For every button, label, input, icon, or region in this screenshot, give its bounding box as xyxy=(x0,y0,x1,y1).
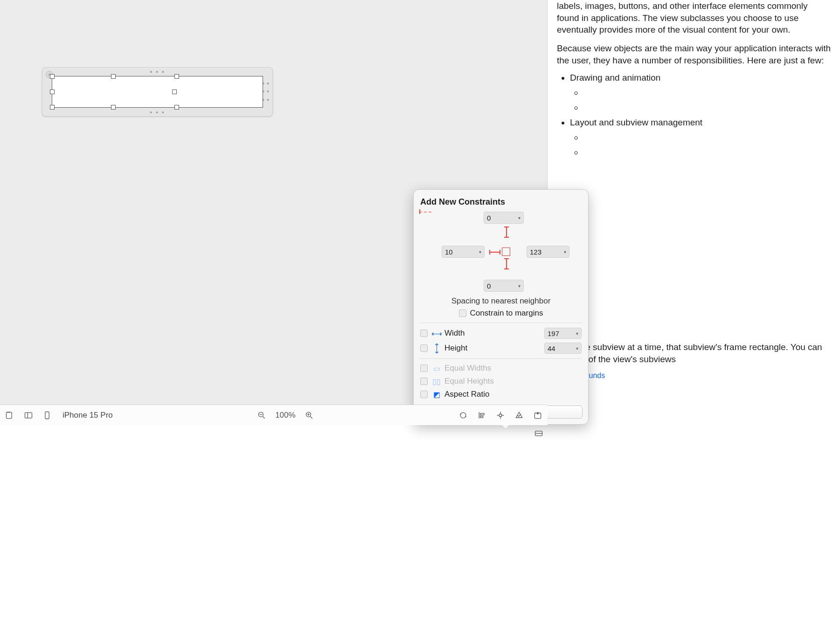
chevron-down-icon[interactable]: ▾ xyxy=(518,215,521,220)
popover-title: Add New Constraints xyxy=(420,197,582,207)
trailing-spacing-field[interactable]: 123 ▾ xyxy=(527,246,569,258)
bottom-spacing-field[interactable]: 0 ▾ xyxy=(484,280,524,292)
height-label: Height xyxy=(444,344,541,353)
svg-rect-13 xyxy=(480,413,484,414)
minimap-toggle-icon[interactable] xyxy=(534,428,544,438)
spacing-caption: Spacing to nearest neighbor xyxy=(419,296,583,306)
doc-paragraph: Because view objects are the main way yo… xyxy=(557,42,832,66)
spacing-center-box-icon xyxy=(502,248,510,256)
doc-paragraph: only one subview at a time, that subview… xyxy=(557,341,832,365)
equal-heights-label: Equal Heights xyxy=(444,377,582,386)
spacing-diagram: 0 ▾ 10 ▾ 123 ▾ 0 ▾ xyxy=(419,212,583,296)
svg-rect-14 xyxy=(480,416,483,417)
svg-line-8 xyxy=(310,416,312,418)
width-label: Width xyxy=(444,329,541,338)
constrain-margins-label: Constrain to margins xyxy=(470,309,543,318)
leading-strut-icon[interactable] xyxy=(489,252,500,253)
documentation-pane[interactable]: labels, images, buttons, and other inter… xyxy=(548,0,840,444)
width-icon: ⟷ xyxy=(432,329,441,338)
equal-widths-row: ▭ Equal Widths xyxy=(419,362,583,375)
add-constraints-popover: Add New Constraints 0 ▾ 10 ▾ 123 ▾ 0 ▾ S… xyxy=(413,189,589,425)
leading-spacing-value: 10 xyxy=(445,248,477,256)
doc-list-item: Drawing and animation xyxy=(570,73,832,83)
trailing-strut-icon[interactable] xyxy=(419,212,431,213)
canvas-bottom-toolbar: iPhone 15 Pro 100% xyxy=(0,405,548,425)
zoom-out-icon[interactable] xyxy=(257,410,267,420)
align-icon[interactable] xyxy=(477,410,487,420)
drag-grip-bottom-icon[interactable]: ● ● ● xyxy=(150,110,166,115)
height-row[interactable]: ⟷ Height 44 ▾ xyxy=(419,341,583,356)
doc-list: Drawing and animation Layout and subview… xyxy=(557,73,832,158)
device-label[interactable]: iPhone 15 Pro xyxy=(62,411,113,420)
height-icon: ⟷ xyxy=(433,344,442,352)
doc-sub-item xyxy=(583,147,832,158)
panel-toggle-icon[interactable] xyxy=(23,410,34,420)
equal-widths-icon: ▭ xyxy=(432,364,441,373)
resize-handle[interactable] xyxy=(174,74,179,79)
svg-rect-0 xyxy=(7,412,12,418)
doc-sub-item xyxy=(583,88,832,98)
chevron-down-icon[interactable]: ▾ xyxy=(564,249,566,255)
drag-grip-right-icon[interactable]: ● ● ● xyxy=(265,81,271,103)
divider xyxy=(419,358,583,359)
width-value: 197 xyxy=(548,330,559,337)
chevron-down-icon[interactable]: ▾ xyxy=(518,283,521,289)
resize-handle[interactable] xyxy=(111,105,116,110)
svg-rect-1 xyxy=(25,413,32,418)
top-strut-icon[interactable] xyxy=(506,227,507,238)
doc-list-item: Layout and subview management xyxy=(570,117,832,128)
resize-handle[interactable] xyxy=(172,89,177,94)
top-spacing-value: 0 xyxy=(487,214,516,222)
equal-widths-label: Equal Widths xyxy=(444,364,582,373)
document-outline-toggle-icon[interactable] xyxy=(5,410,15,420)
width-row[interactable]: ⟷ Width 197 ▾ xyxy=(419,326,583,341)
chevron-down-icon[interactable]: ▾ xyxy=(479,249,481,255)
equal-heights-icon: ▯▯ xyxy=(432,377,441,386)
svg-rect-3 xyxy=(45,412,49,419)
checkbox-icon[interactable] xyxy=(420,344,428,352)
resize-handle[interactable] xyxy=(50,89,55,94)
doc-paragraph: labels, images, buttons, and other inter… xyxy=(557,0,832,36)
height-value-field[interactable]: 44 ▾ xyxy=(544,343,582,354)
top-spacing-field[interactable]: 0 ▾ xyxy=(484,212,524,224)
zoom-in-icon[interactable] xyxy=(304,410,314,420)
checkbox-icon[interactable] xyxy=(459,310,466,317)
divider xyxy=(419,323,583,323)
resize-handle[interactable] xyxy=(50,74,55,79)
checkbox-icon xyxy=(420,378,428,385)
selected-container-view[interactable]: × ● ● ● ● ● ● ● ● ● ● ● ● xyxy=(42,67,273,117)
add-constraints-icon[interactable] xyxy=(495,410,506,420)
zoom-level[interactable]: 100% xyxy=(275,411,295,420)
aspect-ratio-row[interactable]: ◩ Aspect Ratio xyxy=(419,388,583,401)
trailing-spacing-value: 123 xyxy=(530,248,562,256)
aspect-ratio-label: Aspect Ratio xyxy=(444,390,582,399)
resize-handle[interactable] xyxy=(50,105,55,110)
device-icon[interactable] xyxy=(42,410,52,420)
checkbox-icon[interactable] xyxy=(420,330,428,337)
update-frames-icon[interactable] xyxy=(458,410,468,420)
embed-in-icon[interactable] xyxy=(533,410,543,420)
equal-heights-row: ▯▯ Equal Heights xyxy=(419,375,583,388)
bottom-spacing-value: 0 xyxy=(487,282,516,290)
doc-sub-item xyxy=(583,103,832,113)
bottom-strut-icon[interactable] xyxy=(506,258,507,269)
constrain-margins-row[interactable]: Constrain to margins xyxy=(419,309,583,318)
doc-sub-item xyxy=(583,132,832,143)
height-value: 44 xyxy=(548,344,555,352)
resize-handle[interactable] xyxy=(111,74,116,79)
chevron-down-icon[interactable]: ▾ xyxy=(576,331,578,336)
svg-line-5 xyxy=(263,416,265,418)
checkbox-icon[interactable] xyxy=(420,391,428,398)
selected-uiview[interactable] xyxy=(52,76,263,108)
width-value-field[interactable]: 197 ▾ xyxy=(544,328,582,339)
leading-spacing-field[interactable]: 10 ▾ xyxy=(442,246,485,258)
svg-rect-15 xyxy=(500,414,502,416)
chevron-down-icon[interactable]: ▾ xyxy=(576,346,578,351)
resize-handle[interactable] xyxy=(174,105,179,110)
checkbox-icon xyxy=(420,365,428,372)
resolve-issues-icon[interactable] xyxy=(514,410,524,420)
svg-point-11 xyxy=(460,413,466,418)
drag-grip-top-icon[interactable]: ● ● ● xyxy=(150,69,166,74)
aspect-ratio-icon: ◩ xyxy=(432,390,441,399)
